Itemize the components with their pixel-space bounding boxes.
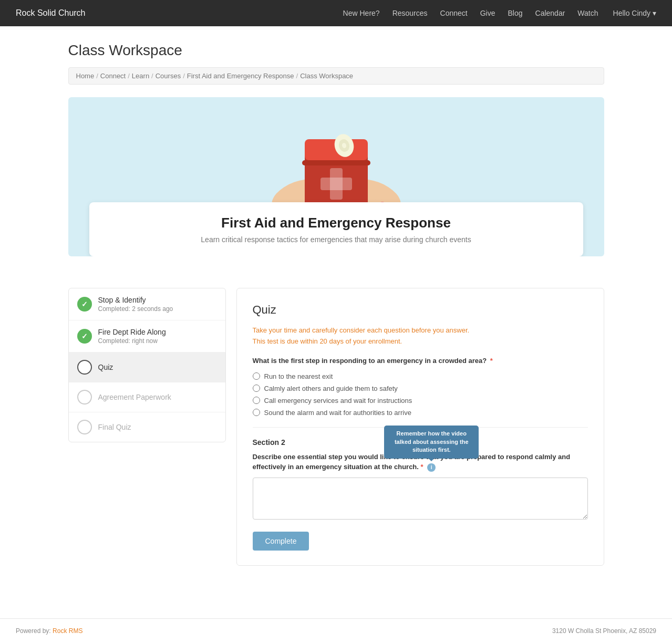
breadcrumb-course[interactable]: First Aid and Emergency Response [187, 72, 294, 80]
footer-left: Powered by: Rock RMS [16, 627, 82, 635]
course-title: First Aid and Emergency Response [105, 215, 567, 231]
brand-name: Rock Solid Church [16, 8, 86, 18]
nav-new-here[interactable]: New Here? [343, 9, 380, 17]
footer-address: 3120 W Cholla St Phoenix, AZ 85029 [552, 627, 656, 635]
option-1-2[interactable]: Calmly alert others and guide them to sa… [253, 385, 588, 392]
quiz-info-text: Take your time and carefully consider ea… [253, 326, 588, 334]
nav-blog[interactable]: Blog [508, 9, 523, 17]
breadcrumb-connect[interactable]: Connect [100, 72, 126, 80]
section-2-label: Section 2 [253, 438, 588, 447]
footer: Powered by: Rock RMS 3120 W Cholla St Ph… [0, 618, 672, 643]
nav-connect[interactable]: Connect [440, 9, 468, 17]
info-icon-wrapper[interactable]: i Remember how the video talked about as… [427, 462, 436, 472]
quiz-deadline-text: This test is due within 20 days of your … [253, 337, 588, 345]
main-content: Stop & Identify Completed: 2 seconds ago… [68, 288, 604, 566]
agreement-icon [77, 390, 92, 405]
section-2-question: Describe one essential step you would li… [253, 452, 588, 472]
nav-give[interactable]: Give [480, 9, 495, 17]
sidebar-item-stop-identify[interactable]: Stop & Identify Completed: 2 seconds ago [69, 288, 225, 320]
nav-calendar[interactable]: Calendar [535, 9, 565, 17]
sidebar-item-agreement[interactable]: Agreement Paperwork [69, 382, 225, 412]
agreement-title: Agreement Paperwork [98, 393, 171, 401]
quiz-panel: Quiz Take your time and carefully consid… [236, 288, 604, 566]
sep3: / [151, 72, 153, 80]
option-1-4[interactable]: Sound the alarm and wait for authorities… [253, 409, 588, 417]
quiz-icon [77, 360, 92, 375]
course-description: Learn critical response tactics for emer… [105, 235, 567, 244]
svg-rect-6 [302, 160, 370, 165]
fire-dept-icon [77, 329, 92, 344]
breadcrumb-courses[interactable]: Courses [156, 72, 181, 80]
quiz-title: Quiz [98, 363, 113, 371]
fire-dept-title: Fire Dept Ride Along [98, 328, 166, 336]
sep1: / [96, 72, 98, 80]
complete-button[interactable]: Complete [253, 532, 309, 551]
sep4: / [183, 72, 185, 80]
radio-option-1-3[interactable] [253, 397, 260, 404]
radio-option-1-1[interactable] [253, 372, 260, 380]
course-banner: First Aid and Emergency Response Learn c… [68, 97, 604, 256]
option-1-3[interactable]: Call emergency services and wait for ins… [253, 397, 588, 405]
sidebar: Stop & Identify Completed: 2 seconds ago… [68, 288, 226, 442]
radio-option-1-2[interactable] [253, 385, 260, 392]
course-info-card: First Aid and Emergency Response Learn c… [89, 202, 583, 256]
sidebar-item-quiz[interactable]: Quiz [69, 352, 225, 382]
rock-rms-link[interactable]: Rock RMS [53, 627, 82, 635]
fire-dept-subtitle: Completed: right now [98, 337, 166, 345]
stop-identify-title: Stop & Identify [98, 296, 173, 304]
stop-identify-subtitle: Completed: 2 seconds ago [98, 305, 173, 313]
breadcrumb-learn[interactable]: Learn [132, 72, 149, 80]
info-icon[interactable]: i [427, 463, 436, 472]
question-divider [253, 427, 588, 428]
sidebar-item-final-quiz[interactable]: Final Quiz [69, 412, 225, 442]
question-1: What is the first step in responding to … [253, 356, 588, 417]
breadcrumb: Home / Connect / Learn / Courses / First… [68, 67, 604, 85]
answer-textarea[interactable] [253, 478, 588, 520]
stop-identify-icon [77, 297, 92, 312]
option-1-1[interactable]: Run to the nearest exit [253, 372, 588, 380]
radio-option-1-4[interactable] [253, 409, 260, 416]
quiz-heading: Quiz [253, 303, 588, 317]
sep5: / [296, 72, 298, 80]
final-quiz-title: Final Quiz [98, 423, 131, 431]
question-1-label: What is the first step in responding to … [253, 356, 588, 366]
breadcrumb-home[interactable]: Home [76, 72, 95, 80]
nav-resources[interactable]: Resources [392, 9, 428, 17]
nav-watch[interactable]: Watch [577, 9, 598, 17]
sidebar-item-fire-dept[interactable]: Fire Dept Ride Along Completed: right no… [69, 320, 225, 352]
navbar: Rock Solid Church New Here? Resources Co… [0, 0, 672, 26]
svg-rect-8 [321, 178, 352, 190]
powered-by-label: Powered by: [16, 627, 51, 635]
final-quiz-icon [77, 420, 92, 434]
sep2: / [128, 72, 130, 80]
section-2: Section 2 Describe one essential step yo… [253, 438, 588, 521]
page-wrapper: Class Workspace Home / Connect / Learn /… [58, 26, 615, 597]
page-title: Class Workspace [68, 42, 604, 59]
user-menu[interactable]: Hello Cindy ▾ [613, 9, 656, 17]
nav-links: New Here? Resources Connect Give Blog Ca… [343, 9, 598, 17]
breadcrumb-current: Class Workspace [300, 72, 353, 80]
